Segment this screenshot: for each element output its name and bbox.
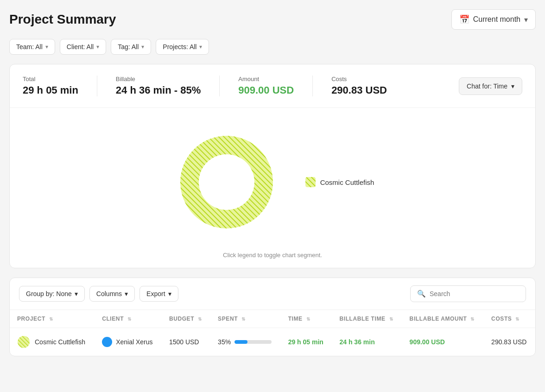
- tag-filter[interactable]: Tag: All ▾: [111, 39, 151, 55]
- cell-costs: 290.83 USD: [484, 328, 535, 356]
- stat-costs-label: Costs: [331, 76, 387, 82]
- stat-billable-label: Billable: [116, 76, 201, 82]
- sort-icon: ⇅: [389, 316, 393, 322]
- client-name: Xenial Xerus: [116, 338, 152, 346]
- billable-time-value: 24 h 36 min: [339, 338, 374, 346]
- col-billable-amount[interactable]: BILLABLE AMOUNT ⇅: [402, 310, 484, 328]
- col-client[interactable]: CLIENT ⇅: [95, 310, 162, 328]
- svg-point-9: [18, 336, 30, 348]
- legend-label: Cosmic Cuttlefish: [320, 178, 374, 186]
- project-name: Cosmic Cuttlefish: [35, 338, 85, 346]
- sort-icon: ⇅: [470, 316, 475, 322]
- project-icon: [17, 335, 30, 348]
- date-filter-button[interactable]: 📅 Current month ▾: [451, 9, 536, 30]
- calendar-icon: 📅: [459, 14, 469, 25]
- chat-button-label: Chat for: Time: [467, 82, 507, 90]
- chevron-down-icon: ▾: [141, 44, 144, 50]
- stat-total-label: Total: [23, 76, 78, 82]
- chevron-down-icon: ▾: [45, 44, 48, 50]
- table-header: PROJECT ⇅ CLIENT ⇅ BUDGET ⇅ SPENT ⇅ TIME…: [10, 310, 535, 328]
- cell-project: Cosmic Cuttlefish: [10, 328, 95, 356]
- chevron-down-icon: ▾: [75, 290, 78, 297]
- client-filter[interactable]: Client: All ▾: [60, 39, 106, 55]
- time-value: 29 h 05 min: [288, 338, 323, 346]
- summary-card: Total 29 h 05 min Billable 24 h 36 min -…: [9, 64, 536, 268]
- stat-amount-label: Amount: [238, 76, 294, 82]
- col-billable-time[interactable]: BILLABLE TIME ⇅: [332, 310, 402, 328]
- chevron-down-icon: ▾: [511, 82, 514, 90]
- cell-budget: 1500 USD: [162, 328, 210, 356]
- col-budget[interactable]: BUDGET ⇅: [162, 310, 210, 328]
- stat-costs: Costs 290.83 USD: [331, 76, 406, 96]
- stat-amount-value: 909.00 USD: [238, 84, 294, 96]
- team-filter[interactable]: Team: All ▾: [9, 39, 55, 55]
- chevron-down-icon: ▾: [125, 290, 128, 297]
- chat-button[interactable]: Chat for: Time ▾: [459, 77, 522, 95]
- columns-label: Columns: [96, 290, 122, 297]
- search-icon: 🔍: [417, 290, 426, 298]
- sort-icon: ⇅: [198, 316, 202, 322]
- columns-button[interactable]: Columns ▾: [89, 286, 135, 302]
- search-box[interactable]: 🔍: [410, 285, 526, 302]
- spent-pct: 35%: [218, 338, 231, 346]
- data-table: PROJECT ⇅ CLIENT ⇅ BUDGET ⇅ SPENT ⇅ TIME…: [10, 310, 535, 356]
- table-body: Cosmic Cuttlefish Xenial Xerus 1500 USD …: [10, 328, 535, 356]
- chevron-down-icon: ▾: [96, 44, 99, 50]
- progress-fill: [234, 340, 247, 344]
- summary-stats: Total 29 h 05 min Billable 24 h 36 min -…: [10, 64, 535, 108]
- chart-hint: Click legend to toggle chart segment.: [10, 252, 535, 268]
- progress-bar: [234, 340, 272, 344]
- page-title: Project Summary: [9, 12, 116, 27]
- page-header: Project Summary 📅 Current month ▾: [9, 9, 536, 30]
- cell-billable-amount: 909.00 USD: [402, 328, 484, 356]
- col-costs[interactable]: COSTS ⇅: [484, 310, 535, 328]
- stat-total: Total 29 h 05 min: [23, 76, 97, 96]
- col-time[interactable]: TIME ⇅: [281, 310, 332, 328]
- sort-icon: ⇅: [515, 316, 520, 322]
- client-filter-label: Client: All: [67, 43, 94, 51]
- date-filter-label: Current month: [473, 15, 520, 24]
- export-button[interactable]: Export ▾: [139, 286, 178, 302]
- group-by-button[interactable]: Group by: None ▾: [19, 286, 85, 302]
- search-input[interactable]: [430, 290, 519, 297]
- group-by-label: Group by: None: [26, 290, 72, 297]
- chart-container: Cosmic Cuttlefish: [171, 126, 374, 238]
- stat-costs-value: 290.83 USD: [331, 84, 387, 96]
- billable-amount-value: 909.00 USD: [410, 338, 445, 346]
- sort-icon: ⇅: [241, 316, 246, 322]
- projects-filter-label: Projects: All: [163, 43, 196, 51]
- export-label: Export: [146, 290, 165, 297]
- table-card: Group by: None ▾ Columns ▾ Export ▾ 🔍 PR…: [9, 278, 536, 356]
- table-toolbar: Group by: None ▾ Columns ▾ Export ▾ 🔍: [10, 278, 535, 310]
- filter-bar: Team: All ▾ Client: All ▾ Tag: All ▾ Pro…: [9, 39, 536, 55]
- legend-item[interactable]: Cosmic Cuttlefish: [305, 177, 374, 187]
- stat-total-value: 29 h 05 min: [23, 84, 78, 96]
- chart-legend: Cosmic Cuttlefish: [305, 177, 374, 187]
- cell-client: Xenial Xerus: [95, 328, 162, 356]
- stat-amount: Amount 909.00 USD: [238, 76, 313, 96]
- stat-billable: Billable 24 h 36 min - 85%: [116, 76, 220, 96]
- svg-point-3: [199, 154, 254, 210]
- sort-icon: ⇅: [49, 316, 53, 322]
- chevron-down-icon: ▾: [199, 44, 202, 50]
- cell-billable-time: 24 h 36 min: [332, 328, 402, 356]
- sort-icon: ⇅: [127, 316, 132, 322]
- chevron-down-icon: ▾: [524, 15, 528, 24]
- donut-chart[interactable]: [171, 126, 282, 238]
- chart-area: Cosmic Cuttlefish: [10, 108, 535, 252]
- svg-rect-6: [305, 177, 316, 187]
- projects-filter[interactable]: Projects: All ▾: [156, 39, 209, 55]
- col-spent[interactable]: SPENT ⇅: [210, 310, 281, 328]
- cell-spent: 35%: [210, 328, 281, 356]
- tag-filter-label: Tag: All: [118, 43, 139, 51]
- col-project[interactable]: PROJECT ⇅: [10, 310, 95, 328]
- team-filter-label: Team: All: [16, 43, 43, 51]
- client-avatar: [102, 337, 112, 347]
- sort-icon: ⇅: [306, 316, 311, 322]
- table-row: Cosmic Cuttlefish Xenial Xerus 1500 USD …: [10, 328, 535, 356]
- cell-time: 29 h 05 min: [281, 328, 332, 356]
- stat-billable-value: 24 h 36 min - 85%: [116, 84, 201, 96]
- chevron-down-icon: ▾: [168, 290, 171, 297]
